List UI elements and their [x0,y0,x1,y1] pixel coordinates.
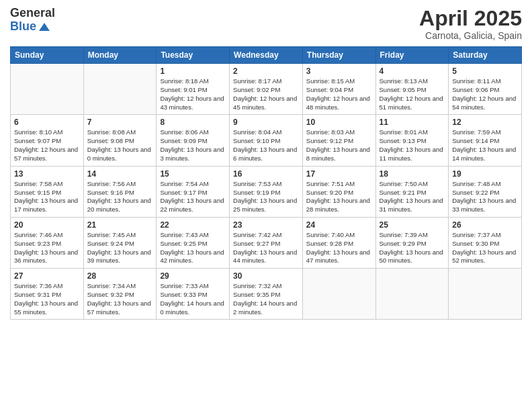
day-info: Sunrise: 8:11 AM Sunset: 9:06 PM Dayligh… [452,77,518,111]
day-of-week-header: Wednesday [230,47,303,64]
week-row: 6Sunrise: 8:10 AM Sunset: 9:07 PM Daylig… [11,115,522,166]
day-of-week-header: Friday [375,47,449,64]
day-info: Sunrise: 7:40 AM Sunset: 9:28 PM Dayligh… [306,231,372,265]
day-info: Sunrise: 7:48 AM Sunset: 9:22 PM Dayligh… [452,180,518,214]
calendar-cell: 9Sunrise: 8:04 AM Sunset: 9:10 PM Daylig… [230,115,303,166]
day-number: 17 [306,169,372,179]
calendar-cell [375,269,449,320]
day-number: 1 [160,66,226,76]
day-number: 11 [380,118,445,127]
day-info: Sunrise: 7:59 AM Sunset: 9:14 PM Dayligh… [452,128,518,163]
day-info: Sunrise: 8:18 AM Sunset: 9:01 PM Dayligh… [160,77,226,111]
day-number: 4 [380,66,445,76]
calendar-cell: 28Sunrise: 7:34 AM Sunset: 9:32 PM Dayli… [83,269,157,320]
day-number: 16 [233,169,299,179]
calendar-cell: 8Sunrise: 8:06 AM Sunset: 9:09 PM Daylig… [157,115,230,166]
day-info: Sunrise: 8:04 AM Sunset: 9:10 PM Dayligh… [233,128,299,163]
day-number: 22 [160,220,226,230]
calendar-cell: 18Sunrise: 7:50 AM Sunset: 9:21 PM Dayli… [375,166,449,217]
day-number: 28 [87,271,153,281]
day-number: 21 [87,220,153,230]
day-info: Sunrise: 7:42 AM Sunset: 9:27 PM Dayligh… [233,231,299,265]
calendar-cell: 13Sunrise: 7:58 AM Sunset: 9:15 PM Dayli… [11,166,84,217]
day-info: Sunrise: 7:39 AM Sunset: 9:29 PM Dayligh… [380,231,445,265]
day-of-week-header: Sunday [11,47,84,64]
calendar-cell: 24Sunrise: 7:40 AM Sunset: 9:28 PM Dayli… [302,217,375,268]
day-number: 15 [160,169,226,179]
calendar-cell: 1Sunrise: 8:18 AM Sunset: 9:01 PM Daylig… [157,64,230,115]
calendar-cell [302,269,375,320]
day-number: 23 [233,220,299,230]
calendar-cell [11,64,84,115]
calendar-cell: 12Sunrise: 7:59 AM Sunset: 9:14 PM Dayli… [449,115,522,166]
calendar-cell: 20Sunrise: 7:46 AM Sunset: 9:23 PM Dayli… [11,217,84,268]
day-number: 26 [452,220,518,230]
calendar-cell: 26Sunrise: 7:37 AM Sunset: 9:30 PM Dayli… [449,217,522,268]
day-number: 6 [14,118,80,127]
calendar-cell: 29Sunrise: 7:33 AM Sunset: 9:33 PM Dayli… [157,269,230,320]
day-number: 12 [452,118,518,127]
calendar-cell: 15Sunrise: 7:54 AM Sunset: 9:17 PM Dayli… [157,166,230,217]
calendar-cell: 4Sunrise: 8:13 AM Sunset: 9:05 PM Daylig… [375,64,449,115]
day-info: Sunrise: 7:43 AM Sunset: 9:25 PM Dayligh… [160,231,226,265]
header: General Blue April 2025 Carnota, Galicia… [10,7,522,41]
day-info: Sunrise: 8:17 AM Sunset: 9:02 PM Dayligh… [233,77,299,111]
day-info: Sunrise: 8:13 AM Sunset: 9:05 PM Dayligh… [380,77,445,111]
title-block: April 2025 Carnota, Galicia, Spain [419,7,522,41]
calendar-cell: 19Sunrise: 7:48 AM Sunset: 9:22 PM Dayli… [449,166,522,217]
calendar-cell: 17Sunrise: 7:51 AM Sunset: 9:20 PM Dayli… [302,166,375,217]
calendar-header-row: SundayMondayTuesdayWednesdayThursdayFrid… [11,47,522,64]
day-info: Sunrise: 7:50 AM Sunset: 9:21 PM Dayligh… [380,180,445,214]
day-number: 13 [14,169,80,179]
day-info: Sunrise: 8:03 AM Sunset: 9:12 PM Dayligh… [306,128,372,163]
day-info: Sunrise: 8:10 AM Sunset: 9:07 PM Dayligh… [14,128,80,163]
day-info: Sunrise: 7:56 AM Sunset: 9:16 PM Dayligh… [87,180,153,214]
logo-text: General Blue [10,7,55,34]
calendar-cell: 23Sunrise: 7:42 AM Sunset: 9:27 PM Dayli… [230,217,303,268]
calendar-cell: 5Sunrise: 8:11 AM Sunset: 9:06 PM Daylig… [449,64,522,115]
day-number: 5 [452,66,518,76]
subtitle: Carnota, Galicia, Spain [419,30,522,41]
calendar-cell: 30Sunrise: 7:32 AM Sunset: 9:35 PM Dayli… [230,269,303,320]
calendar-cell: 11Sunrise: 8:01 AM Sunset: 9:13 PM Dayli… [375,115,449,166]
day-info: Sunrise: 8:01 AM Sunset: 9:13 PM Dayligh… [380,128,445,163]
day-number: 24 [306,220,372,230]
day-info: Sunrise: 7:36 AM Sunset: 9:31 PM Dayligh… [14,282,80,316]
main-title: April 2025 [419,7,522,30]
day-info: Sunrise: 7:33 AM Sunset: 9:33 PM Dayligh… [160,282,226,316]
day-number: 14 [87,169,153,179]
logo-blue: Blue [10,20,36,34]
day-of-week-header: Tuesday [157,47,230,64]
day-number: 20 [14,220,80,230]
week-row: 27Sunrise: 7:36 AM Sunset: 9:31 PM Dayli… [11,269,522,320]
logo-icon [38,20,51,34]
calendar-cell: 7Sunrise: 8:08 AM Sunset: 9:08 PM Daylig… [83,115,157,166]
calendar-cell: 27Sunrise: 7:36 AM Sunset: 9:31 PM Dayli… [11,269,84,320]
day-number: 3 [306,66,372,76]
day-info: Sunrise: 7:45 AM Sunset: 9:24 PM Dayligh… [87,231,153,265]
day-info: Sunrise: 7:51 AM Sunset: 9:20 PM Dayligh… [306,180,372,214]
day-of-week-header: Saturday [449,47,522,64]
day-number: 9 [233,118,299,127]
day-number: 7 [87,118,153,127]
calendar-table: SundayMondayTuesdayWednesdayThursdayFrid… [10,46,522,320]
day-info: Sunrise: 7:37 AM Sunset: 9:30 PM Dayligh… [452,231,518,265]
week-row: 20Sunrise: 7:46 AM Sunset: 9:23 PM Dayli… [11,217,522,268]
day-number: 29 [160,271,226,281]
day-number: 10 [306,118,372,127]
day-info: Sunrise: 7:46 AM Sunset: 9:23 PM Dayligh… [14,231,80,265]
logo-general: General [10,7,55,20]
day-info: Sunrise: 7:54 AM Sunset: 9:17 PM Dayligh… [160,180,226,214]
day-number: 25 [380,220,445,230]
day-info: Sunrise: 8:06 AM Sunset: 9:09 PM Dayligh… [160,128,226,163]
svg-marker-0 [39,23,50,31]
day-number: 18 [380,169,445,179]
week-row: 1Sunrise: 8:18 AM Sunset: 9:01 PM Daylig… [11,64,522,115]
calendar-cell: 2Sunrise: 8:17 AM Sunset: 9:02 PM Daylig… [230,64,303,115]
week-row: 13Sunrise: 7:58 AM Sunset: 9:15 PM Dayli… [11,166,522,217]
calendar-cell: 6Sunrise: 8:10 AM Sunset: 9:07 PM Daylig… [11,115,84,166]
calendar-cell: 16Sunrise: 7:53 AM Sunset: 9:19 PM Dayli… [230,166,303,217]
day-info: Sunrise: 8:08 AM Sunset: 9:08 PM Dayligh… [87,128,153,163]
day-number: 19 [452,169,518,179]
day-info: Sunrise: 7:32 AM Sunset: 9:35 PM Dayligh… [233,282,299,316]
